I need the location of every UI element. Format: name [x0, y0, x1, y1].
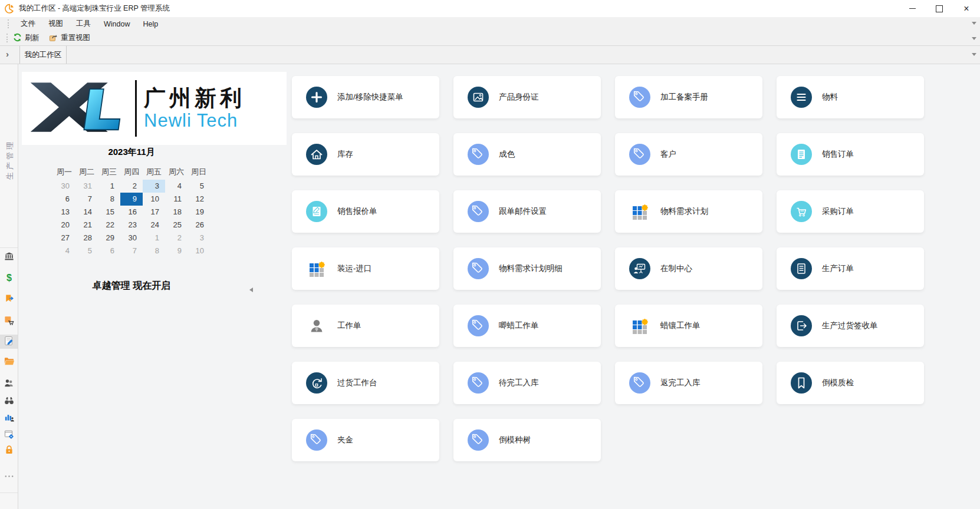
shortcut-tile[interactable]: 蜡镶工作单: [615, 305, 762, 347]
sidebar-item-more-dots[interactable]: [0, 470, 18, 484]
sidebar-item-flag-forward[interactable]: [0, 293, 18, 307]
tab-my-workspace[interactable]: 我的工作区: [19, 46, 67, 64]
calendar-day[interactable]: 8: [98, 193, 120, 206]
shortcut-tile[interactable]: 跟单邮件设置: [453, 190, 601, 233]
shortcut-tile[interactable]: 工作单: [292, 305, 439, 347]
calendar-day[interactable]: 20: [53, 219, 75, 232]
shortcut-tile[interactable]: 产品身份证: [453, 76, 601, 118]
calendar-day[interactable]: 31: [75, 180, 98, 193]
calendar-day[interactable]: 13: [53, 206, 75, 219]
calendar-day[interactable]: 10: [188, 244, 210, 257]
calendar-day[interactable]: 21: [75, 219, 98, 232]
sidebar-item-bank[interactable]: [0, 250, 18, 265]
shortcut-tile[interactable]: 物料: [777, 76, 924, 118]
calendar-day[interactable]: 18: [165, 206, 188, 219]
calendar-day[interactable]: 2: [165, 232, 188, 244]
calendar-day[interactable]: 8: [143, 244, 165, 257]
doc-cyan-icon: [791, 144, 812, 165]
shortcut-tile[interactable]: 物料需求计划明细: [453, 247, 601, 290]
calendar-day[interactable]: 30: [53, 180, 75, 193]
calendar-day[interactable]: 17: [143, 206, 165, 219]
calendar-day[interactable]: 7: [75, 193, 98, 206]
calendar-day[interactable]: 5: [75, 244, 98, 257]
sidebar-item-users[interactable]: [0, 377, 18, 391]
calendar-day[interactable]: 22: [98, 219, 120, 232]
menubar-overflow-button[interactable]: [972, 22, 976, 25]
calendar-day[interactable]: 6: [53, 193, 75, 206]
sidebar-item-dollar[interactable]: $: [0, 272, 18, 286]
shortcut-tile[interactable]: 销售订单: [777, 133, 924, 176]
shortcut-tile-label: 成色: [499, 149, 515, 160]
shortcut-tile[interactable]: 成色: [453, 133, 601, 176]
shortcut-tile[interactable]: 倒模种树: [453, 419, 601, 461]
shortcut-tile[interactable]: 生产订单: [777, 247, 924, 290]
calendar-day[interactable]: 1: [143, 232, 165, 244]
shortcut-tile[interactable]: 倒模质检: [777, 362, 924, 404]
calendar-day[interactable]: 27: [53, 232, 75, 244]
shortcut-tile[interactable]: 客户: [615, 133, 762, 176]
calendar-day[interactable]: 10: [143, 193, 165, 206]
calendar-day[interactable]: 15: [98, 206, 120, 219]
calendar-day[interactable]: 2: [120, 180, 143, 193]
tabbar-overflow-button[interactable]: [972, 53, 976, 56]
calendar-day[interactable]: 19: [188, 206, 210, 219]
sidebar-item-binoculars[interactable]: [0, 395, 18, 409]
reset-view-button[interactable]: 重置视图: [49, 33, 90, 44]
calendar-day[interactable]: 26: [188, 219, 210, 232]
calendar-day[interactable]: 4: [165, 180, 188, 193]
menu-item-1[interactable]: 视图: [42, 19, 70, 29]
sidebar-item-lock[interactable]: [0, 444, 18, 458]
calendar-day[interactable]: 3: [188, 232, 210, 244]
calendar-day[interactable]: 16: [120, 206, 143, 219]
shortcut-tile[interactable]: 唧蜡工作单: [453, 305, 601, 347]
calendar-day[interactable]: 7: [120, 244, 143, 257]
calendar-day-selected[interactable]: 9: [120, 193, 143, 206]
toolbar-overflow-button[interactable]: [972, 37, 976, 40]
calendar-day[interactable]: 3: [143, 180, 165, 193]
calendar-day[interactable]: 23: [120, 219, 143, 232]
shortcut-tile[interactable]: 生产过货签收单: [777, 305, 924, 347]
sidebar-expand-chevron-icon[interactable]: ›: [6, 49, 9, 59]
sidebar-item-folder-open[interactable]: [0, 355, 18, 369]
calendar-day[interactable]: 9: [165, 244, 188, 257]
menu-item-0[interactable]: 文件: [14, 19, 42, 29]
menu-item-2[interactable]: 工具: [70, 19, 97, 29]
shortcut-tile[interactable]: 加工备案手册: [615, 76, 762, 118]
calendar-day[interactable]: 25: [165, 219, 188, 232]
shortcut-tile[interactable]: 物料需求计划: [615, 190, 762, 233]
calendar-day[interactable]: 1: [98, 180, 120, 193]
maximize-button[interactable]: [926, 0, 953, 17]
shortcut-tile[interactable]: 返完工入库: [615, 362, 762, 404]
shortcut-tile[interactable]: 库存: [292, 133, 439, 176]
menu-item-4[interactable]: Help: [136, 20, 165, 28]
menu-item-3[interactable]: Window: [97, 20, 136, 28]
calendar-day[interactable]: 12: [188, 193, 210, 206]
close-button[interactable]: ×: [953, 0, 980, 17]
tag-icon: [306, 429, 327, 451]
tag-icon: [468, 258, 489, 279]
sidebar-item-chart-person[interactable]: [0, 411, 18, 425]
minimize-button[interactable]: [899, 0, 926, 17]
calendar-day[interactable]: 6: [98, 244, 120, 257]
shortcut-tile[interactable]: 夹金: [292, 419, 439, 461]
calendar-day[interactable]: 29: [98, 232, 120, 244]
calendar-day[interactable]: 14: [75, 206, 98, 219]
refresh-button[interactable]: 刷新: [13, 33, 40, 44]
calendar-day[interactable]: 5: [188, 180, 210, 193]
shortcut-tile[interactable]: 装运-进口: [292, 247, 439, 290]
sidebar-item-window-gear[interactable]: [0, 428, 18, 442]
shortcut-tile[interactable]: 在制中心: [615, 247, 762, 290]
shortcut-tile[interactable]: 销售报价单: [292, 190, 439, 233]
calendar-day[interactable]: 11: [165, 193, 188, 206]
shortcut-tile[interactable]: 待完工入库: [453, 362, 601, 404]
calendar-day[interactable]: 30: [120, 232, 143, 244]
shortcut-tile[interactable]: 采购订单: [777, 190, 924, 233]
shortcut-tile[interactable]: 添加/移除快捷菜单: [292, 76, 439, 118]
sidebar-item-box-cart[interactable]: [0, 314, 18, 328]
calendar-day[interactable]: 24: [143, 219, 165, 232]
calendar-day[interactable]: 4: [53, 244, 75, 257]
reset-view-icon: [49, 33, 58, 44]
sidebar-item-edit-form[interactable]: [0, 335, 18, 349]
shortcut-tile[interactable]: 过货工作台: [292, 362, 439, 404]
calendar-day[interactable]: 28: [75, 232, 98, 244]
